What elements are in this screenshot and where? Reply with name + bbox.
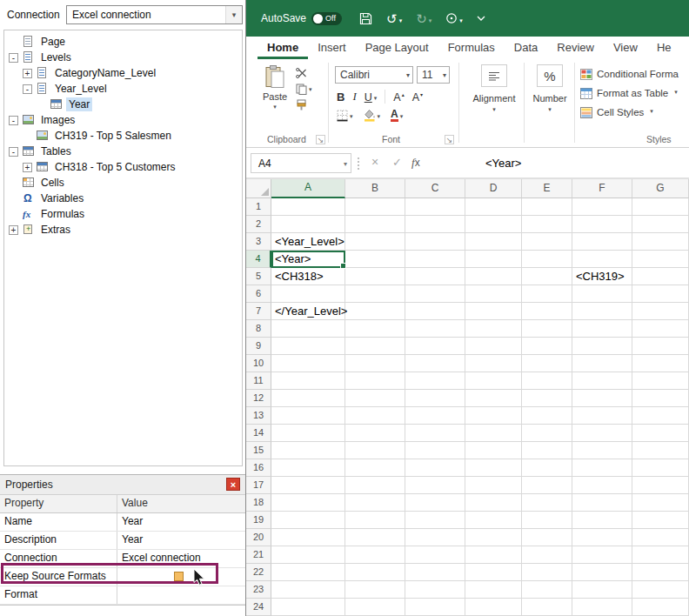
cell-D1[interactable] [465,198,522,216]
row-header-23[interactable]: 23 [246,581,271,599]
cell-B12[interactable] [345,390,405,407]
cell-C4[interactable] [405,251,465,268]
row-header-5[interactable]: 5 [246,268,271,285]
tree-item-images[interactable]: -Images [4,112,242,128]
cell-F7[interactable] [572,303,632,320]
cell-D5[interactable] [465,268,522,285]
cell-E12[interactable] [522,390,572,407]
cell-B8[interactable] [345,320,405,338]
borders-button[interactable]: ▾ [337,110,353,122]
chevron-down-icon[interactable]: ▾ [443,71,446,79]
cell-A16[interactable] [271,459,345,477]
cell-G9[interactable] [632,338,689,355]
cell-G14[interactable] [632,425,689,442]
cell-A6[interactable] [271,285,345,303]
cell-E8[interactable] [522,320,572,338]
property-row-name[interactable]: NameYear [0,513,245,532]
cell-F17[interactable] [572,477,632,494]
cell-G13[interactable] [632,407,689,425]
cell-B22[interactable] [345,564,405,581]
cell-A18[interactable] [271,494,345,512]
name-box[interactable]: A4 ▾ [251,153,351,173]
row-header-21[interactable]: 21 [246,546,271,564]
row-header-11[interactable]: 11 [246,372,271,390]
cell-C21[interactable] [405,546,465,564]
property-value-cell[interactable]: Year [117,513,245,531]
cell-A21[interactable] [271,546,345,564]
row-header-13[interactable]: 13 [246,407,271,425]
tree-item-year-level[interactable]: -Year_Level [4,81,242,97]
cell-A11[interactable] [271,372,345,390]
cell-G4[interactable] [632,251,689,268]
cell-C2[interactable] [405,216,465,233]
cell-B3[interactable] [345,233,405,251]
enter-icon[interactable]: ✓ [392,156,402,169]
cell-E19[interactable] [522,512,572,529]
cell-G2[interactable] [632,216,689,233]
cell-F1[interactable] [572,198,632,216]
cell-E4[interactable] [522,251,572,268]
tab-page-layout[interactable]: Page Layout [356,37,438,59]
cell-A15[interactable] [271,442,345,459]
tab-he[interactable]: He [647,37,681,59]
underline-button[interactable]: U▾ [365,91,378,104]
tree-item-variables[interactable]: Variables [4,191,242,206]
cell-E1[interactable] [522,198,572,216]
row-header-15[interactable]: 15 [246,442,271,459]
cell-F15[interactable] [572,442,632,459]
cell-F21[interactable] [572,546,632,564]
cell-C24[interactable] [405,599,465,616]
cell-E5[interactable] [522,268,572,285]
cell-D10[interactable] [465,355,522,372]
cell-D7[interactable] [465,303,522,320]
tree-item-extras[interactable]: +Extras [4,222,242,238]
cell-G22[interactable] [632,564,689,581]
tab-data[interactable]: Data [505,37,547,59]
cell-G16[interactable] [632,459,689,477]
row-header-3[interactable]: 3 [246,233,271,251]
cell-B9[interactable] [345,338,405,355]
cell-B11[interactable] [345,372,405,390]
save-button[interactable] [359,12,372,25]
cell-C7[interactable] [405,303,465,320]
cell-D15[interactable] [465,442,522,459]
conditional-formatting-button[interactable]: Conditional Forma [580,64,679,84]
cell-D8[interactable] [465,320,522,338]
cell-G10[interactable] [632,355,689,372]
tree-item-year[interactable]: Year [4,97,242,112]
cell-E15[interactable] [522,442,572,459]
name-box-chevron-icon[interactable]: ▾ [344,160,347,168]
clipboard-dialog-launcher[interactable]: ↘ [316,135,325,144]
cell-D21[interactable] [465,546,522,564]
bold-button[interactable]: B [337,90,344,104]
cut-button[interactable] [296,68,307,78]
cell-A12[interactable] [271,390,345,407]
cell-A19[interactable] [271,512,345,529]
cell-B1[interactable] [345,198,405,216]
cell-B5[interactable] [345,268,405,285]
number-group-button[interactable]: % Number ▾ [526,64,573,113]
cell-styles-button[interactable]: Cell Styles ▾ [580,103,679,122]
cell-F9[interactable] [572,338,632,355]
row-header-10[interactable]: 10 [246,355,271,372]
cell-E7[interactable] [522,303,572,320]
cell-E2[interactable] [522,216,572,233]
cell-C15[interactable] [405,442,465,459]
font-color-chevron-icon[interactable]: ▾ [400,113,404,120]
cell-D23[interactable] [465,581,522,599]
row-header-18[interactable]: 18 [246,494,271,512]
cell-B13[interactable] [345,407,405,425]
cell-D9[interactable] [465,338,522,355]
tree-expand-icon[interactable]: + [9,225,18,235]
cell-F24[interactable] [572,599,632,616]
col-header-c[interactable]: C [405,179,465,198]
cell-D13[interactable] [465,407,522,425]
autosave-control[interactable]: AutoSave Off [261,12,342,25]
col-header-a[interactable]: A [271,179,345,198]
cell-A8[interactable] [271,320,345,338]
cell-F8[interactable] [572,320,632,338]
property-row-keep-source-formats[interactable]: Keep Source Formats [0,568,245,586]
cell-E9[interactable] [522,338,572,355]
font-name-combobox[interactable]: Calibri ▾ [335,66,413,84]
cell-C16[interactable] [405,459,465,477]
